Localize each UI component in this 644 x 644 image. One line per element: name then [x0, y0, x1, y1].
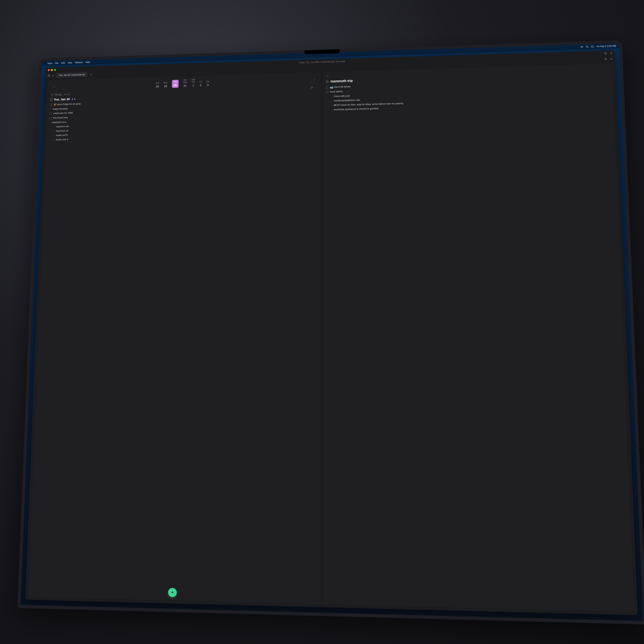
item-text: check with josh	[334, 95, 350, 97]
svg-line-5	[606, 54, 607, 55]
new-tab-button[interactable]: +	[89, 73, 93, 76]
bookmark-icon[interactable]	[326, 80, 329, 83]
tabbar-close-icon[interactable]: ✕	[610, 57, 613, 61]
item-text: 🎿 check lift tickets	[330, 85, 351, 89]
checkbox[interactable]	[50, 112, 52, 115]
item-text: buy board wax	[53, 116, 68, 119]
item-text: happy twosday	[53, 108, 68, 110]
menubar-app-name[interactable]: Twos	[47, 62, 52, 65]
bullet-dash: –	[53, 130, 54, 132]
checkbox[interactable]	[326, 91, 329, 93]
bullet-dash: –	[331, 108, 332, 111]
left-item-list: 🎉 stock fridge for sb party–happy twosda…	[48, 96, 318, 141]
tabbar-search-icon[interactable]	[604, 58, 607, 61]
cal-day[interactable]: Mon29	[163, 82, 168, 88]
item-text: email sam for 1099	[53, 112, 73, 114]
item-text: ducky one 3	[56, 138, 68, 141]
menubar-edit[interactable]: Edit	[61, 62, 65, 64]
cal-day[interactable]: Fri2	[199, 81, 202, 87]
cal-prev-button[interactable]: ‹	[52, 85, 56, 88]
svg-point-3	[592, 46, 593, 47]
svg-point-0	[586, 46, 588, 47]
item-text: book airbnb	[330, 90, 343, 93]
item-text: keychron v3	[56, 129, 68, 132]
item-text: snowboardaddiction vids	[334, 99, 360, 102]
cal-day[interactable]: Feb Thu1	[191, 79, 195, 87]
back-button[interactable]: ←	[52, 74, 55, 77]
window-close-button[interactable]	[48, 69, 50, 71]
menubar-help[interactable]: Help	[85, 61, 90, 64]
svg-point-9	[605, 58, 606, 59]
bullet-dash: –	[49, 121, 50, 124]
window-minimize-button[interactable]	[51, 69, 53, 71]
checkbox[interactable]	[50, 103, 52, 106]
item-text: keyboard recs	[52, 121, 67, 124]
bullet-dash: –	[53, 134, 54, 136]
checkbox[interactable]	[326, 86, 329, 88]
bullet-dash: –	[50, 108, 51, 110]
menubar-window[interactable]: Window	[75, 61, 83, 64]
clock-icon	[51, 94, 53, 96]
menubar-file[interactable]: File	[55, 62, 59, 64]
item-text: nuphy air75	[56, 134, 68, 136]
bullet-dash: –	[331, 95, 332, 97]
svg-line-1	[588, 47, 588, 48]
bullet-dash: –	[331, 100, 332, 102]
bullet-dash: –	[331, 104, 332, 106]
menubar-clock[interactable]: Fri Feb 2 2:22 PM	[597, 45, 616, 48]
control-center-icon[interactable]	[591, 45, 594, 48]
tab-main[interactable]: Tue, Jan 30 | mammoth trip	[56, 72, 87, 78]
cal-day[interactable]: Jan Wed31	[183, 79, 187, 88]
see-all-link[interactable]: See all	[64, 93, 70, 96]
cal-day[interactable]: Sun28	[156, 82, 159, 88]
svg-rect-14	[311, 87, 313, 88]
sidebar-toggle-icon[interactable]	[47, 74, 50, 77]
item-text: keychron q6	[56, 125, 69, 128]
prev-day-button[interactable]: ◀	[71, 98, 73, 100]
cal-next-button[interactable]: ›	[313, 78, 316, 81]
note-title: mammoth trip	[331, 79, 353, 83]
bullet-dash: –	[53, 125, 55, 128]
titlebar-search-icon[interactable]	[604, 52, 607, 55]
cal-day[interactable]: Tue30	[172, 80, 179, 88]
window-title: Today, Tue, Jan 30th | mammoth trip | Tw…	[299, 60, 345, 64]
wifi-icon[interactable]	[580, 46, 583, 48]
right-more-icon[interactable]: ···	[606, 66, 609, 69]
tab-label: Tue, Jan 30 | mammoth trip	[59, 73, 85, 77]
item-text: southeast parking lot is closest to gond…	[334, 107, 379, 111]
right-back-button[interactable]: ←	[326, 74, 329, 77]
add-item-fab[interactable]: +	[168, 588, 177, 597]
window-fullscreen-button[interactable]	[54, 69, 56, 71]
titlebar-close-icon[interactable]: ✕	[610, 52, 612, 55]
svg-line-10	[606, 59, 607, 60]
checkbox[interactable]	[49, 117, 51, 119]
left-pane: ‹ Sun28Mon29Tue30Jan Wed31Feb Thu1Fri2Sa…	[28, 72, 321, 604]
svg-point-4	[605, 52, 606, 54]
bullet-dash: –	[53, 138, 54, 141]
day-title: Tue, Jan 30	[54, 97, 70, 101]
cal-day[interactable]: Sat3	[206, 80, 209, 87]
calendar-view-icon[interactable]	[310, 86, 313, 89]
right-pane: ← ··· mammoth trip 🎿 check lift ticketsb…	[323, 64, 634, 612]
more-options-icon[interactable]: ···	[314, 86, 317, 89]
menubar-view[interactable]: View	[68, 61, 72, 64]
bookmark-icon[interactable]	[50, 98, 52, 101]
item-text: MUST leave by 5am, stop for bfast, arriv…	[334, 102, 403, 106]
day-range-label: 30 days	[55, 93, 62, 96]
traffic-lights	[48, 69, 56, 71]
app-window: Today, Tue, Jan 30th | mammoth trip | Tw…	[25, 50, 638, 615]
item-text: 🎉 stock fridge for sb party	[54, 102, 81, 106]
svg-rect-2	[591, 46, 594, 48]
next-day-button[interactable]: ▶	[74, 98, 76, 100]
search-icon[interactable]	[586, 45, 589, 48]
